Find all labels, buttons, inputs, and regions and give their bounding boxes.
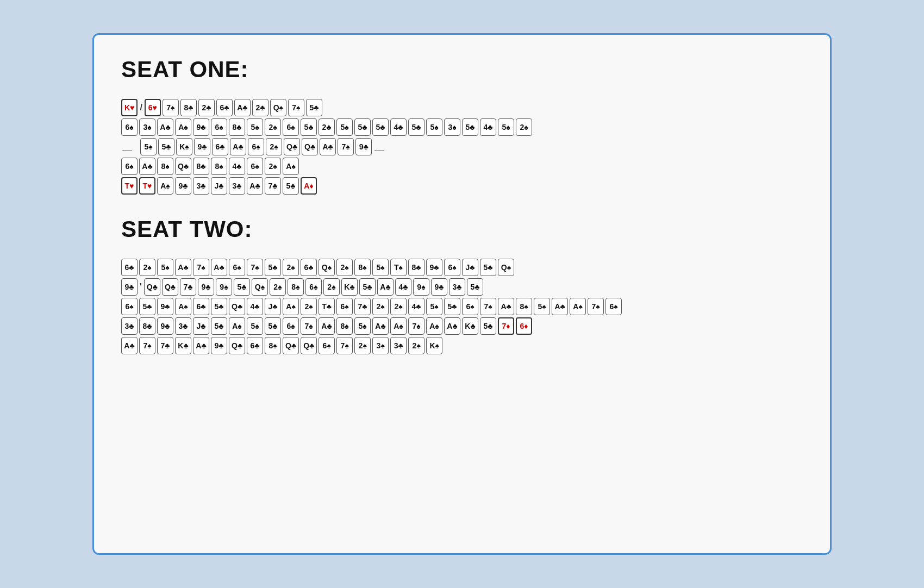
card-row-2-3: 6♠5♣9♣A♠6♣5♣Q♣4♣J♣A♠2♠T♣6♠7♣2♠2♠4♣5♠5♣6♠…	[121, 298, 803, 315]
card: 2♠	[265, 158, 281, 175]
blank: __	[374, 142, 390, 152]
card: 4♣	[229, 158, 245, 175]
card: 8♠	[288, 278, 304, 296]
blank: __	[122, 142, 138, 152]
card: 7♠	[338, 138, 354, 155]
card: 5♣	[211, 298, 227, 315]
card: 5♠	[157, 259, 173, 276]
card: 6♣	[121, 259, 138, 276]
card-row-2-4: 3♣8♣9♣3♣J♣5♣A♠5♠5♣6♠7♠A♣8♠5♠A♣A♠7♠A♠A♣K♣…	[121, 317, 803, 335]
card: 3♣	[229, 177, 245, 195]
card: 2♠	[336, 259, 353, 276]
card: Q♣	[284, 138, 300, 155]
card: K♠	[426, 337, 442, 354]
card: 3♣	[175, 317, 191, 335]
card: A♠	[426, 317, 442, 335]
card: 8♣	[408, 259, 424, 276]
card: 8♣	[193, 158, 209, 175]
card: T♥	[139, 177, 155, 195]
card: 6♠	[121, 118, 138, 136]
card: A♣	[444, 317, 460, 335]
card: 2♠	[372, 298, 389, 315]
card: A♣	[320, 138, 336, 155]
card: 5♣	[462, 118, 478, 136]
card: Q♣	[144, 278, 160, 296]
card-row-1-4: 6♠A♣8♠Q♣8♣8♠4♣6♠2♠A♠	[121, 158, 803, 175]
card: A♦	[301, 177, 317, 195]
card: A♣	[319, 317, 335, 335]
card: 7♠	[588, 298, 604, 315]
card: 9♣	[121, 278, 138, 296]
card: K♠	[176, 138, 192, 155]
card: 6♠	[229, 259, 245, 276]
card: 4♣	[480, 118, 496, 136]
card: A♣	[498, 298, 514, 315]
card: 5♣	[301, 118, 317, 136]
card: 2♠	[354, 337, 371, 354]
card: 2♠	[266, 138, 282, 155]
card: 6♣	[301, 259, 317, 276]
card: 9♣	[157, 317, 173, 335]
card: 8♣	[229, 118, 245, 136]
card: 8♠	[516, 298, 532, 315]
card: A♣	[157, 118, 173, 136]
card: K♣	[462, 317, 478, 335]
card: 5♣	[480, 317, 496, 335]
card: A♣	[372, 317, 389, 335]
card: Q♠	[498, 259, 514, 276]
seat-title-2: SEAT TWO:	[121, 216, 803, 242]
card: K♣	[175, 337, 191, 354]
card-row-2-5: A♣7♠7♣K♣A♣9♣Q♣6♣8♠Q♣Q♣6♠7♠2♠3♠3♣2♠K♠	[121, 337, 803, 354]
card: 6♠	[283, 317, 299, 335]
card: 5♠	[140, 138, 157, 155]
card: 6♠	[121, 298, 138, 315]
card: 8♠	[336, 317, 353, 335]
card: 2♠	[301, 298, 317, 315]
card: Q♣	[302, 138, 318, 155]
card: Q♣	[283, 337, 299, 354]
card: 2♠	[283, 259, 299, 276]
card: 8♣	[180, 99, 197, 116]
card: 4♣	[408, 298, 424, 315]
seat-title-1: SEAT ONE:	[121, 57, 803, 83]
card: 6♣	[193, 298, 209, 315]
card: 5♠	[336, 118, 353, 136]
card: 6♠	[305, 278, 322, 296]
card: 2♠	[270, 278, 286, 296]
card: T♠	[390, 259, 407, 276]
card: 5♣	[480, 259, 496, 276]
card: 6♣	[216, 99, 233, 116]
card: 4♣	[390, 118, 407, 136]
card: 5♣	[158, 138, 174, 155]
cards-area-1: K♥/6♥7♠8♣2♣6♣A♣2♣Q♠7♠5♣6♠3♠A♣A♠9♣6♠8♣5♠2…	[121, 99, 803, 195]
card: 5♣	[306, 99, 322, 116]
card: 6♠	[462, 298, 478, 315]
card-row-1-1: K♥/6♥7♠8♣2♣6♣A♣2♣Q♠7♠5♣	[121, 99, 803, 116]
card: 6♠	[444, 259, 460, 276]
card: A♠	[175, 118, 191, 136]
card: 3♠	[372, 337, 389, 354]
card: 8♠	[211, 158, 227, 175]
cards-area-2: 6♣2♠5♠A♣7♠A♣6♠7♠5♣2♠6♣Q♠2♠8♠5♠T♠8♣9♣6♠J♣…	[121, 259, 803, 354]
card: 9♣	[194, 138, 210, 155]
card: A♠	[157, 177, 173, 195]
card: A♠	[390, 317, 407, 335]
card: 5♣	[283, 177, 299, 195]
card: 9♣	[193, 118, 209, 136]
card: 3♠	[444, 118, 460, 136]
card: 5♣	[354, 118, 371, 136]
card: 5♠	[247, 317, 263, 335]
card: A♠	[283, 158, 299, 175]
card: 5♠	[498, 118, 514, 136]
card: K♣	[341, 278, 358, 296]
card: 9♣	[431, 278, 447, 296]
card: 5♣	[265, 259, 281, 276]
card: A♣	[211, 259, 227, 276]
seat-section-2: SEAT TWO:6♣2♠5♠A♣7♠A♣6♠7♠5♣2♠6♣Q♠2♠8♠5♠T…	[121, 216, 803, 354]
card: 4♣	[395, 278, 411, 296]
card: Q♠	[252, 278, 268, 296]
card: A♣	[175, 259, 191, 276]
card: A♠	[229, 317, 245, 335]
card: J♣	[265, 298, 281, 315]
card: Q♣	[175, 158, 191, 175]
